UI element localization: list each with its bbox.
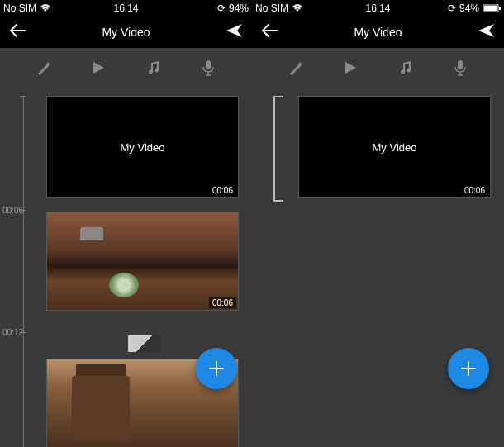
nav-bar: My Video [0,17,252,48]
clip-duration: 00:06 [209,185,236,196]
magic-wand-button[interactable] [279,51,312,84]
nav-title: My Video [102,26,150,39]
title-clip-text: My Video [121,141,165,154]
wifi-icon [292,4,303,12]
nav-bar: My Video [252,17,504,48]
add-button[interactable] [196,348,237,389]
battery-percent: 94% [229,2,249,14]
play-button[interactable] [82,51,115,84]
title-clip[interactable]: My Video 00:06 [46,96,239,198]
svg-rect-0 [206,60,211,69]
timeline-ruler [23,96,24,447]
battery-icon [483,4,501,12]
left-pane: No SIM 16:14 ⟳ 94% My Video [0,0,252,447]
play-button[interactable] [334,51,367,84]
clip-duration: 00:06 [461,185,488,196]
transition-icon[interactable] [128,335,161,352]
timeline[interactable]: My Video 00:06 [252,88,504,447]
rotation-lock-icon: ⟳ [448,2,456,14]
add-button[interactable] [448,348,489,389]
status-time: 16:14 [365,2,390,14]
music-button[interactable] [389,51,422,84]
magic-wand-button[interactable] [27,51,60,84]
svg-rect-4 [458,60,463,69]
svg-rect-2 [484,6,497,12]
right-pane: No SIM 16:14 ⟳ 94% My Video [252,0,504,447]
status-bar: No SIM 16:14 ⟳ 94% [252,0,504,17]
mic-button[interactable] [192,51,225,84]
ruler-tick [20,96,26,97]
send-button[interactable] [226,23,244,41]
clip-duration: 00:06 [209,297,236,308]
send-button[interactable] [478,23,496,41]
status-time: 16:14 [113,2,138,14]
carrier-label: No SIM [255,2,288,14]
back-button[interactable] [260,23,278,41]
time-label: 00:12 [2,328,23,337]
svg-rect-3 [499,7,501,10]
nav-title: My Video [354,26,402,39]
video-clip[interactable]: 00:06 [46,212,239,311]
timeline[interactable]: 00:06 00:12 My Video 00:06 00:06 [0,88,252,447]
trim-handle[interactable] [273,96,282,202]
toolbar [0,48,252,88]
carrier-label: No SIM [3,2,36,14]
title-clip-text: My Video [373,141,417,154]
music-button[interactable] [137,51,170,84]
mic-button[interactable] [444,51,477,84]
toolbar [252,48,504,88]
rotation-lock-icon: ⟳ [217,2,226,14]
status-bar: No SIM 16:14 ⟳ 94% [0,0,252,17]
battery-percent: 94% [459,2,479,14]
back-button[interactable] [8,23,26,41]
title-clip[interactable]: My Video 00:06 [298,96,491,198]
wifi-icon [40,4,51,12]
clip-thumbnail [72,376,130,442]
time-label: 00:06 [2,206,23,215]
